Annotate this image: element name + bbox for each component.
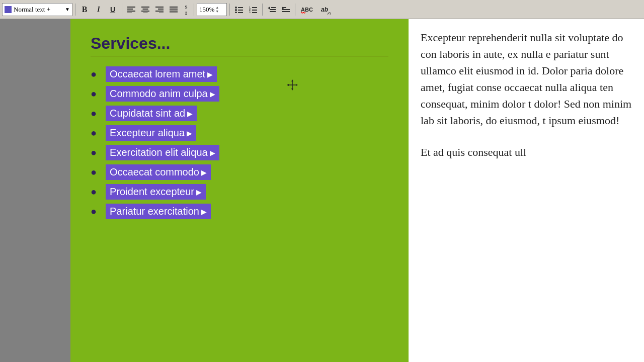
svg-rect-33 — [282, 7, 286, 8]
service-arrow-2: ▶ — [210, 90, 215, 98]
svg-rect-9 — [158, 9, 164, 10]
service-link-text-2: Commodo anim culpa — [110, 88, 208, 100]
dropdown-arrow-icon: ▼ — [65, 7, 70, 12]
indent-icon — [282, 6, 290, 13]
separator-3 — [194, 4, 194, 16]
right-text-panel: Excepteur reprehenderit nulla sit volupt… — [409, 19, 644, 362]
zoom-control[interactable]: 150% ▲ ▼ — [197, 3, 227, 16]
style-icon — [5, 6, 12, 13]
bullet-icon: ● — [91, 206, 97, 217]
service-link-1[interactable]: Occaecat lorem amet ▶ — [106, 66, 217, 82]
align-left-icon — [127, 6, 135, 13]
svg-rect-15 — [170, 13, 178, 13]
services-title: Services... — [91, 34, 388, 56]
autocorrect-label: ab — [321, 6, 328, 13]
svg-rect-17 — [238, 7, 243, 8]
svg-text:3.: 3. — [249, 11, 252, 13]
bullet-icon: ● — [91, 166, 97, 178]
svg-rect-14 — [170, 11, 178, 12]
bullet-icon: ● — [91, 68, 97, 80]
svg-rect-7 — [143, 13, 148, 13]
service-link-text-1: Occaecat lorem amet — [110, 68, 205, 80]
bullet-icon: ● — [91, 108, 97, 119]
service-link-6[interactable]: Occaecat commodo ▶ — [106, 164, 211, 180]
align-justify-button[interactable] — [167, 3, 180, 16]
service-link-7[interactable]: Proident excepteur ▶ — [106, 184, 206, 200]
separator-5 — [262, 4, 263, 16]
style-dropdown[interactable]: Normal text + ▼ — [2, 3, 72, 16]
separator-6 — [295, 4, 295, 16]
svg-rect-12 — [170, 7, 178, 8]
indent-button[interactable] — [279, 3, 292, 16]
autocorrect-arrow-icon — [328, 12, 331, 15]
list-item: ● Commodo anim culpa ▶ — [91, 86, 388, 102]
zoom-value: 150% — [199, 6, 214, 14]
svg-rect-29 — [271, 7, 276, 8]
service-link-text-5: Exercitation elit aliqua — [110, 147, 208, 158]
right-text-2: Et ad quis consequat ull — [421, 144, 632, 160]
list-unordered-icon — [235, 6, 243, 13]
zoom-down-icon[interactable]: ▼ — [215, 10, 219, 14]
svg-rect-11 — [159, 13, 164, 13]
svg-rect-25 — [252, 10, 257, 11]
align-right-button[interactable] — [153, 3, 166, 16]
subscript-label: s — [185, 10, 187, 15]
svg-rect-1 — [127, 9, 133, 10]
list-item: ● Pariatur exercitation ▶ — [91, 204, 388, 219]
service-arrow-3: ▶ — [187, 110, 193, 118]
super-sub-button[interactable]: S s — [181, 3, 191, 16]
services-list: ● Occaecat lorem amet ▶ ● Commodo anim c… — [91, 66, 388, 219]
autocorrect-button[interactable]: ab — [317, 3, 332, 16]
svg-rect-6 — [141, 11, 149, 12]
service-link-text-4: Excepteur aliqua — [110, 127, 185, 139]
service-arrow-7: ▶ — [196, 188, 202, 196]
align-left-button[interactable] — [125, 3, 138, 16]
service-link-3[interactable]: Cupidatat sint ad ▶ — [106, 106, 197, 121]
right-paragraph-2: Et ad quis consequat ull — [421, 144, 632, 160]
align-center-button[interactable] — [139, 3, 152, 16]
spellcheck-underline-icon — [301, 12, 305, 14]
service-arrow-1: ▶ — [207, 70, 213, 78]
superscript-label: S — [185, 5, 187, 10]
zoom-arrows[interactable]: ▲ ▼ — [215, 6, 219, 14]
spellcheck-button[interactable]: ABC — [298, 3, 316, 16]
svg-point-20 — [235, 12, 237, 13]
svg-rect-34 — [282, 9, 290, 10]
list-item: ● Cupidatat sint ad ▶ — [91, 106, 388, 121]
list-unordered-button[interactable] — [232, 3, 246, 16]
service-link-text-7: Proident excepteur — [110, 186, 194, 198]
bullet-icon: ● — [91, 88, 97, 100]
right-text-1: Excepteur reprehenderit nulla sit volupt… — [421, 29, 632, 129]
service-link-5[interactable]: Exercitation elit aliqua ▶ — [106, 145, 219, 160]
list-item: ● Excepteur aliqua ▶ — [91, 125, 388, 141]
align-justify-icon — [170, 6, 178, 13]
service-link-2[interactable]: Commodo anim culpa ▶ — [106, 86, 219, 102]
toolbar: Normal text + ▼ B I U — [0, 0, 644, 19]
green-panel: Services... ● Occaecat lorem amet ▶ ● Co… — [70, 19, 409, 362]
service-arrow-6: ▶ — [201, 168, 207, 176]
bold-button[interactable]: B — [78, 3, 91, 16]
zoom-up-icon[interactable]: ▲ — [215, 6, 219, 10]
italic-button[interactable]: I — [92, 3, 105, 16]
svg-rect-27 — [252, 12, 257, 13]
service-arrow-4: ▶ — [187, 129, 192, 137]
outdent-icon — [268, 6, 276, 13]
service-link-8[interactable]: Pariatur exercitation ▶ — [106, 204, 211, 219]
svg-rect-30 — [270, 9, 276, 10]
svg-rect-13 — [170, 9, 178, 10]
underline-button[interactable]: U — [106, 3, 119, 16]
right-paragraph-1: Excepteur reprehenderit nulla sit volupt… — [421, 29, 632, 129]
service-link-4[interactable]: Excepteur aliqua ▶ — [106, 125, 196, 141]
list-ordered-button[interactable]: 1. 2. 3. — [247, 3, 260, 16]
service-arrow-5: ▶ — [210, 149, 215, 157]
svg-rect-3 — [127, 13, 132, 13]
svg-rect-5 — [143, 9, 148, 10]
separator-1 — [75, 4, 75, 16]
svg-rect-23 — [252, 7, 257, 8]
left-margin — [0, 19, 70, 362]
outdent-button[interactable] — [265, 3, 278, 16]
style-label: Normal text + — [14, 6, 50, 14]
list-ordered-icon: 1. 2. 3. — [249, 6, 257, 13]
align-right-icon — [155, 6, 164, 13]
service-link-text-8: Pariatur exercitation — [110, 206, 199, 217]
